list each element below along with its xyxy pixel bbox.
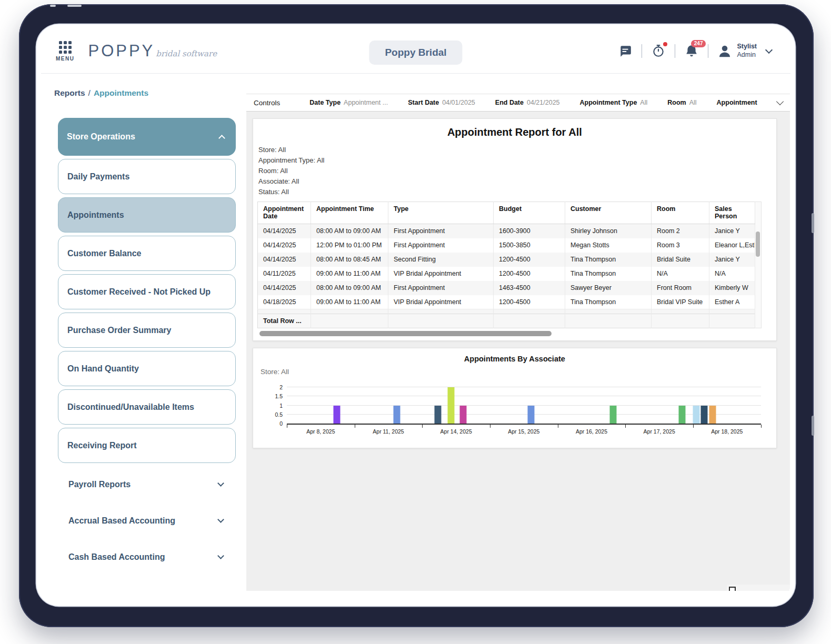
user-menu[interactable]: Stylist Admin	[717, 43, 772, 59]
bar-chart-plot: 00.511.52Apr 8, 2025Apr 11, 2025Apr 14, …	[287, 387, 761, 425]
chart-bar-apr-16-2025[interactable]	[609, 406, 616, 424]
breadcrumb-parent[interactable]: Reports	[54, 88, 85, 97]
column-header-room[interactable]: Room	[652, 202, 709, 224]
table-cell	[709, 309, 755, 314]
filter-label: Appointment	[717, 99, 757, 106]
chevron-down-icon[interactable]	[765, 46, 773, 54]
column-header-type[interactable]: Type	[388, 202, 494, 224]
chevron-down-icon	[217, 516, 224, 523]
notifications-bell-icon[interactable]: 247	[684, 43, 699, 59]
chart-bar-apr-18-2025[interactable]	[701, 406, 708, 424]
x-axis-tick-label: Apr 18, 2025	[711, 428, 743, 435]
y-axis-tick-label: 1	[279, 402, 283, 409]
store-selector-button[interactable]: Poppy Bridal	[369, 41, 462, 65]
chart-bar-apr-18-2025[interactable]	[693, 406, 700, 424]
filter-value: All	[640, 99, 647, 106]
body-row: Reports/Appointments Store Operations Da…	[41, 74, 790, 601]
header-divider	[642, 44, 642, 58]
sidebar-collapsed-groups: Payroll ReportsAccrual Based AccountingC…	[54, 466, 236, 575]
chart-bar-apr-14-2025[interactable]	[435, 406, 442, 424]
table-cell: Esther A	[709, 295, 755, 309]
filter-label: Room	[667, 99, 686, 106]
user-name: Admin	[737, 51, 757, 59]
sidebar-item-discontinued-unavailable-items[interactable]: Discontinued/Unavailable Items	[58, 389, 236, 425]
sidebar-group-cash-based-accounting[interactable]: Cash Based Accounting	[58, 539, 236, 575]
control-filter-appointment[interactable]: Appointment	[717, 99, 757, 106]
table-row: 04/14/202508:00 AM to 09:00 AMFirst Appo…	[258, 224, 755, 238]
vertical-scrollbar-thumb[interactable]	[756, 232, 760, 257]
sidebar-item-customer-received-not-picked-up[interactable]: Customer Received - Not Picked Up	[58, 274, 236, 309]
table-cell: First Appointment	[388, 281, 494, 295]
timer-icon[interactable]	[650, 43, 666, 59]
sidebar-item-purchase-order-summary[interactable]: Purchase Order Summary	[58, 313, 236, 348]
sidebar-group-accrual-based-accounting[interactable]: Accrual Based Accounting	[58, 502, 236, 539]
chart-title: Appointments By Associate	[261, 355, 769, 363]
fullscreen-icon[interactable]	[729, 587, 736, 591]
column-header-sales-person[interactable]: Sales Person	[709, 202, 755, 224]
sidebar-item-appointments[interactable]: Appointments	[58, 197, 236, 233]
app-screen: MENU POPPY bridal software Poppy Bridal	[41, 29, 790, 601]
x-axis-tick-label: Apr 14, 2025	[440, 428, 472, 435]
header-divider	[708, 44, 708, 58]
sidebar-item-daily-payments[interactable]: Daily Payments	[58, 159, 236, 194]
x-axis-tick-label: Apr 8, 2025	[306, 428, 335, 435]
filter-label: Start Date	[408, 99, 439, 106]
horizontal-scrollbar-thumb[interactable]	[259, 331, 552, 336]
column-header-customer[interactable]: Customer	[565, 202, 652, 224]
chat-icon[interactable]	[617, 43, 633, 59]
table-total-row: Total Row ...	[258, 314, 755, 328]
sidebar-item-on-hand-quantity[interactable]: On Hand Quantity	[58, 351, 236, 386]
controls-bar: Controls Date TypeAppointment ...Start D…	[246, 94, 790, 112]
control-filter-room[interactable]: RoomAll	[667, 99, 696, 106]
table-cell: 1200-4500	[494, 267, 565, 281]
table-cell: Shirley Johnson	[565, 224, 652, 238]
tablet-camera-notch	[50, 5, 56, 7]
chart-bar-apr-14-2025[interactable]	[447, 387, 454, 424]
column-header-appointment-time[interactable]: Appointment Time	[311, 202, 388, 224]
table-cell: 1463-4500	[494, 281, 565, 295]
table-cell: VIP Bridal Appointment	[388, 267, 494, 281]
control-filter-appointment-type[interactable]: Appointment TypeAll	[580, 99, 648, 106]
sidebar-item-customer-balance[interactable]: Customer Balance	[58, 236, 236, 271]
y-axis-tick-label: 2	[279, 384, 283, 390]
table-cell: 08:00 AM to 08:45 AM	[311, 253, 388, 267]
table-cell: Second Fitting	[388, 253, 494, 267]
sidebar-item-receiving-report[interactable]: Receiving Report	[58, 428, 236, 463]
appointment-table: Appointment DateAppointment TimeTypeBudg…	[257, 202, 755, 328]
menu-button[interactable]: MENU	[56, 41, 74, 62]
controls-collapse-chevron-icon[interactable]	[776, 97, 784, 105]
chart-subtitle: Store: All	[261, 368, 769, 376]
table-cell: Front Room	[652, 281, 709, 295]
sidebar-group-store-operations[interactable]: Store Operations	[58, 118, 236, 156]
table-cell: First Appointment	[388, 238, 494, 253]
chart-bar-apr-18-2025[interactable]	[709, 406, 716, 424]
table-cell: Tina Thompson	[565, 253, 652, 267]
control-filter-date-type[interactable]: Date TypeAppointment ...	[309, 99, 388, 106]
chart-bar-apr-8-2025[interactable]	[333, 406, 340, 424]
chart-bar-apr-15-2025[interactable]	[527, 406, 534, 424]
chart-bar-apr-14-2025[interactable]	[460, 406, 467, 424]
menu-grid-icon	[59, 41, 72, 54]
column-header-budget[interactable]: Budget	[494, 202, 565, 224]
table-cell: Janice Y	[709, 224, 755, 238]
table-row: 04/11/202509:00 AM to 11:00 AMVIP Bridal…	[258, 267, 755, 281]
chart-bar-apr-11-2025[interactable]	[393, 406, 400, 424]
table-cell: VIP Bridal Appointment	[388, 295, 494, 309]
control-filter-start-date[interactable]: Start Date04/01/2025	[408, 99, 475, 106]
sidebar-group-payroll-reports[interactable]: Payroll Reports	[58, 466, 236, 502]
table-cell: 04/14/2025	[258, 238, 311, 253]
filter-label: Date Type	[309, 99, 341, 106]
table-row: 04/14/202508:00 AM to 08:45 AMSecond Fit…	[258, 253, 755, 267]
column-header-appointment-date[interactable]: Appointment Date	[258, 202, 311, 224]
app-header: MENU POPPY bridal software Poppy Bridal	[41, 29, 790, 74]
table-cell: Kimberly W	[709, 281, 755, 295]
x-axis-tick	[490, 425, 490, 428]
table-cell: Tina Thompson	[565, 267, 652, 281]
sidebar-group-label: Payroll Reports	[68, 480, 131, 489]
table-cell: 1200-4500	[494, 253, 565, 267]
control-filter-end-date[interactable]: End Date04/21/2025	[495, 99, 560, 106]
chart-bar-apr-17-2025[interactable]	[679, 406, 686, 424]
chart-gridline	[287, 414, 761, 415]
table-row: 04/18/202509:00 AM to 11:00 AMVIP Bridal…	[258, 295, 755, 309]
table-cell	[565, 314, 652, 328]
